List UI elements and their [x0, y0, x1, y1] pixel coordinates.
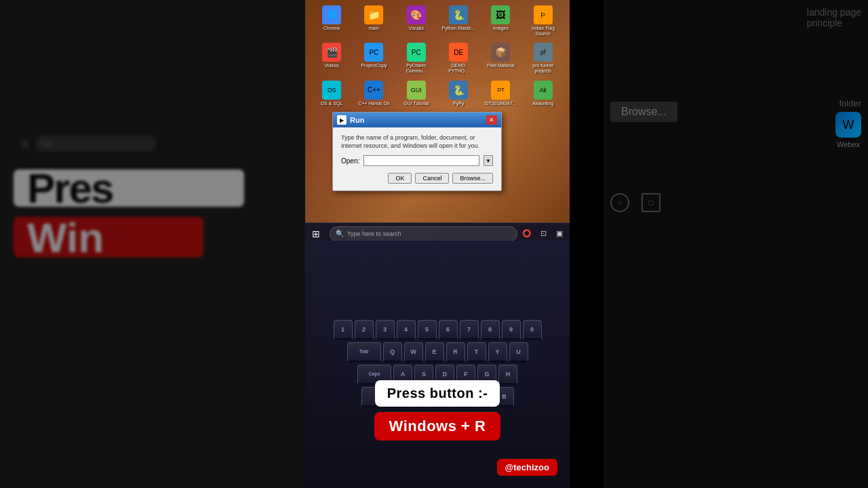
- key-6: 6: [439, 320, 458, 340]
- key-u: U: [509, 342, 528, 363]
- browse-label: Browse...: [610, 102, 677, 122]
- principle-text: landing pageprinciple: [807, 7, 861, 28]
- desktop-icon: 🎨 Visuals: [397, 3, 436, 38]
- key-9: 9: [502, 320, 521, 340]
- desktop-icon: 🐍 Python Maste...: [439, 3, 478, 38]
- keyboard-row: 1 2 3 4 5 6 7 8 9 0: [315, 320, 559, 340]
- desktop-icon: 🎬 Videos: [312, 41, 351, 75]
- desktop-icon: 📁 main: [354, 3, 393, 38]
- key-tab: Tab: [347, 342, 381, 363]
- right-panel: landing pageprinciple Browse... folder W…: [604, 0, 868, 488]
- key-7: 7: [460, 320, 479, 340]
- desktop-icon: 🌐 Chrome: [312, 3, 351, 38]
- run-close-button[interactable]: ✕: [486, 115, 497, 125]
- taskbar-circle-icon: ⭕: [520, 227, 534, 241]
- taskbar-window-icon: ⊡: [536, 227, 550, 241]
- run-icon: ▶: [337, 115, 347, 125]
- key-5: 5: [418, 320, 437, 340]
- desktop-icon: 🖼 Images: [481, 3, 520, 38]
- key-q: Q: [383, 342, 402, 363]
- windows-r-label: Windows + R: [374, 412, 501, 441]
- brand-tag: @techizoo: [497, 459, 557, 476]
- run-ok-button[interactable]: OK: [388, 173, 412, 184]
- desktop-icon: DT DT20184347...: [481, 79, 520, 108]
- center-panel: 🌐 Chrome 📁 main 🎨 Visuals 🐍 Python Maste…: [305, 0, 570, 488]
- key-y: Y: [488, 342, 507, 363]
- webex-area: W Webex: [835, 112, 861, 148]
- run-browse-button[interactable]: Browse...: [452, 173, 493, 184]
- dropdown-arrow-icon[interactable]: ▼: [484, 155, 493, 166]
- key-8: 8: [481, 320, 500, 340]
- desktop-icon: 🐍 PyPy: [439, 79, 478, 108]
- bottom-system-icons: ○ □: [610, 193, 660, 212]
- run-dialog: ▶ Run ✕ Type the name of a program, fold…: [332, 112, 502, 191]
- run-description: Type the name of a program, folder, docu…: [341, 134, 493, 150]
- desktop-icons: 🌐 Chrome 📁 main 🎨 Visuals 🐍 Python Maste…: [312, 3, 563, 108]
- key-3: 3: [376, 320, 395, 340]
- key-e: E: [425, 342, 444, 363]
- run-buttons: OK Cancel Browse...: [341, 173, 493, 184]
- key-w: W: [404, 342, 423, 363]
- key-4: 4: [397, 320, 416, 340]
- desktop-icon: 📦 Paid Material: [481, 41, 520, 75]
- desktop-icon: PC ProjectCopy: [354, 41, 393, 75]
- keyboard-area: 1 2 3 4 5 6 7 8 9 0 Tab Q W E R T Y U: [305, 241, 570, 488]
- folder-text: folder: [839, 98, 861, 108]
- run-titlebar: ▶ Run ✕: [333, 113, 501, 127]
- key-1: 1: [334, 320, 353, 340]
- desktop-icon: GUI GUI Tutorial: [397, 79, 436, 108]
- desktop-icon: PC PyCharm Commu...: [397, 41, 436, 75]
- run-title: Run: [350, 116, 364, 124]
- webex-icon: W: [835, 112, 861, 138]
- desktop-icon: 🏳 Indian Flag Source: [524, 3, 563, 38]
- left-press-text: Pres: [27, 164, 113, 212]
- press-button-label: Press button :-: [375, 380, 500, 407]
- square-icon: □: [642, 193, 660, 212]
- taskbar-app-icon: ▣: [553, 227, 566, 241]
- run-cancel-button[interactable]: Cancel: [415, 173, 449, 184]
- keyboard-row-qwerty: Tab Q W E R T Y U: [315, 342, 559, 363]
- taskbar-search-text: Type here to search: [347, 230, 401, 237]
- webex-label: Webex: [837, 140, 860, 148]
- desktop-icon: C++ C++ Hands On: [354, 79, 393, 108]
- run-open-row: Open: ▼: [341, 155, 493, 166]
- run-body: Type the name of a program, folder, docu…: [333, 127, 501, 190]
- overlay-content: Press button :- Windows + R: [305, 380, 570, 441]
- key-r: R: [446, 342, 465, 363]
- run-open-label: Open:: [341, 157, 359, 165]
- desktop-icon: DE DEMO PYTHO...: [439, 41, 478, 75]
- key-0: 0: [523, 320, 542, 340]
- circle-icon: ○: [610, 193, 629, 212]
- key-t: T: [467, 342, 486, 363]
- taskbar-icons: ⭕ ⊡ ▣: [520, 227, 570, 241]
- desktop-icon: Ak Akaunting: [524, 79, 563, 108]
- key-2: 2: [355, 320, 374, 340]
- left-panel: Pres Win ⊞ Typ: [0, 0, 305, 488]
- desktop-icon: DS DS & SQL: [312, 79, 351, 108]
- run-input[interactable]: [363, 155, 479, 166]
- taskbar-search[interactable]: 🔍 Type here to search: [330, 226, 517, 241]
- left-windows-text: Win: [27, 214, 104, 262]
- desktop-icon: pf pro funnel projects: [524, 41, 563, 75]
- right-browse-area: Browse...: [610, 102, 677, 122]
- desktop-area: 🌐 Chrome 📁 main 🎨 Visuals 🐍 Python Maste…: [305, 0, 570, 244]
